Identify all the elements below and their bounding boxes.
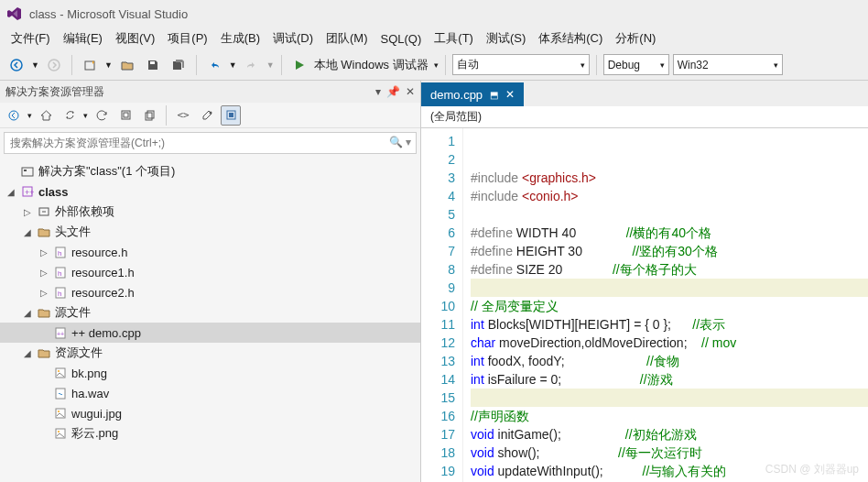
svg-point-26 — [58, 370, 60, 372]
pin-icon[interactable]: 📌 — [386, 85, 400, 98]
scope-dropdown[interactable]: (全局范围) — [421, 106, 868, 128]
collapse-icon[interactable] — [115, 105, 136, 126]
debugger-label[interactable]: 本地 Windows 调试器 — [314, 57, 429, 73]
tree-row[interactable]: ◢源文件 — [0, 302, 420, 323]
chevron-icon[interactable]: ▷ — [22, 207, 33, 217]
file-icon — [37, 305, 51, 320]
tree-row[interactable]: ▷外部依赖项 — [0, 202, 420, 222]
tree-row[interactable]: 解决方案"class"(1 个项目) — [0, 161, 420, 181]
tree-row[interactable]: ◢资源文件 — [0, 343, 420, 363]
panel-toolbar: ▾ ▾ <> — [0, 103, 420, 128]
dropdown-icon[interactable]: ▼ — [229, 60, 237, 70]
redo-button[interactable] — [241, 54, 263, 76]
close-icon[interactable]: ✕ — [406, 85, 415, 98]
save-all-button[interactable] — [168, 54, 190, 76]
chevron-icon[interactable]: ◢ — [22, 308, 33, 318]
tree-label: 解决方案"class"(1 个项目) — [38, 163, 175, 180]
tree-row[interactable]: ▷hresource1.h — [0, 262, 420, 282]
dropdown-icon[interactable]: ▼ — [104, 60, 113, 70]
menu-item[interactable]: SQL(Q) — [381, 32, 422, 46]
nav-back-button[interactable] — [5, 54, 27, 76]
tree-label: bk.png — [71, 367, 107, 380]
svg-point-9 — [209, 112, 212, 115]
chevron-icon[interactable]: ◢ — [22, 348, 33, 358]
chevron-icon[interactable]: ◢ — [22, 227, 33, 237]
menu-item[interactable]: 工具(T) — [434, 30, 473, 47]
tree-label: ++ demo.cpp — [71, 326, 141, 340]
chevron-icon[interactable]: ▷ — [38, 268, 49, 278]
file-icon — [37, 204, 51, 219]
menu-item[interactable]: 项目(P) — [168, 30, 207, 47]
code-icon[interactable]: <> — [173, 105, 193, 126]
menu-item[interactable]: 团队(M) — [326, 30, 368, 47]
menu-item[interactable]: 调试(D) — [273, 30, 313, 47]
chevron-icon[interactable]: ▷ — [38, 288, 49, 298]
menu-item[interactable]: 测试(S) — [486, 30, 526, 47]
search-input[interactable] — [4, 132, 417, 154]
tree-label: class — [38, 185, 69, 199]
copy-icon[interactable] — [139, 105, 159, 126]
tree-row[interactable]: ▷hresource.h — [0, 242, 420, 262]
svg-rect-7 — [146, 113, 152, 120]
dropdown-icon[interactable]: ▾ — [27, 111, 32, 120]
tree-row[interactable]: wugui.jpg — [0, 403, 420, 423]
svg-rect-12 — [22, 168, 33, 176]
open-button[interactable] — [116, 54, 138, 76]
menu-item[interactable]: 体系结构(C) — [538, 30, 602, 47]
save-button[interactable] — [142, 54, 164, 76]
config-dropdown-1[interactable]: 自动▾ — [452, 54, 590, 75]
dropdown-icon[interactable]: ▾ — [83, 111, 88, 120]
tree-row[interactable]: ha.wav — [0, 383, 420, 403]
svg-point-1 — [49, 60, 60, 71]
undo-button[interactable] — [203, 54, 225, 76]
menu-item[interactable]: 文件(F) — [11, 30, 50, 47]
tree-row[interactable]: ++++ demo.cpp — [0, 323, 420, 343]
tree-row[interactable]: ▷hresource2.h — [0, 282, 420, 302]
vs-logo-icon — [7, 6, 22, 21]
dropdown-icon[interactable]: ▼ — [31, 60, 39, 70]
sync-icon[interactable] — [60, 105, 80, 126]
home-icon[interactable] — [36, 105, 56, 126]
tree-row[interactable]: bk.png — [0, 363, 420, 383]
editor-tab-active[interactable]: demo.cpp ⬒ ✕ — [421, 82, 524, 106]
panel-menu-icon[interactable]: ▾ — [375, 85, 381, 98]
code-area[interactable]: 12345678910111213141516171819 #include <… — [421, 128, 868, 482]
menu-item[interactable]: 分析(N) — [615, 30, 656, 47]
nav-forward-button[interactable] — [43, 54, 65, 76]
main-toolbar: ▼ ▼ ▼ ▼ 本地 Windows 调试器 ▾ 自动▾ Debug▾ Win3… — [0, 49, 868, 81]
menu-item[interactable]: 视图(V) — [115, 30, 155, 47]
config-dropdown-3[interactable]: Win32▾ — [673, 54, 783, 75]
code-editor: demo.cpp ⬒ ✕ (全局范围) 12345678910111213141… — [421, 81, 868, 482]
code-content[interactable]: #include <graphics.h>#include <conio.h> … — [463, 128, 868, 482]
close-tab-icon[interactable]: ✕ — [505, 88, 515, 101]
tree-label: 彩云.png — [71, 425, 118, 442]
tree-row[interactable]: 彩云.png — [0, 423, 420, 444]
search-icon[interactable]: 🔍 ▾ — [389, 136, 411, 148]
menu-item[interactable]: 生成(B) — [221, 30, 260, 47]
pin-icon[interactable]: ⬒ — [490, 90, 498, 100]
tree-label: resource1.h — [71, 266, 135, 279]
new-project-button[interactable] — [79, 54, 101, 76]
svg-text:++: ++ — [57, 331, 64, 337]
config-dropdown-2[interactable]: Debug▾ — [603, 54, 669, 75]
chevron-icon[interactable]: ◢ — [5, 187, 16, 197]
svg-rect-13 — [24, 170, 27, 171]
properties-icon[interactable] — [197, 105, 217, 126]
refresh-icon[interactable] — [92, 105, 112, 126]
svg-text:++: ++ — [25, 188, 34, 197]
tree-row[interactable]: ◢++class — [0, 181, 420, 202]
start-debug-button[interactable] — [288, 54, 310, 76]
svg-point-29 — [58, 411, 60, 412]
menu-item[interactable]: 编辑(E) — [63, 30, 103, 47]
file-icon — [53, 366, 68, 380]
dropdown-icon[interactable]: ▾ — [434, 60, 439, 70]
svg-rect-3 — [150, 61, 155, 64]
chevron-icon[interactable]: ▷ — [38, 247, 49, 257]
search-box[interactable]: 🔍 ▾ — [4, 132, 417, 154]
tree-row[interactable]: ◢头文件 — [0, 222, 420, 242]
watermark: CSDN @ 刘器器up — [765, 460, 859, 478]
solution-tree[interactable]: 解决方案"class"(1 个项目)◢++class▷外部依赖项◢头文件▷hre… — [0, 158, 420, 482]
show-all-files-icon[interactable] — [221, 105, 241, 126]
tab-label: demo.cpp — [430, 88, 483, 102]
back-icon[interactable] — [4, 105, 24, 126]
